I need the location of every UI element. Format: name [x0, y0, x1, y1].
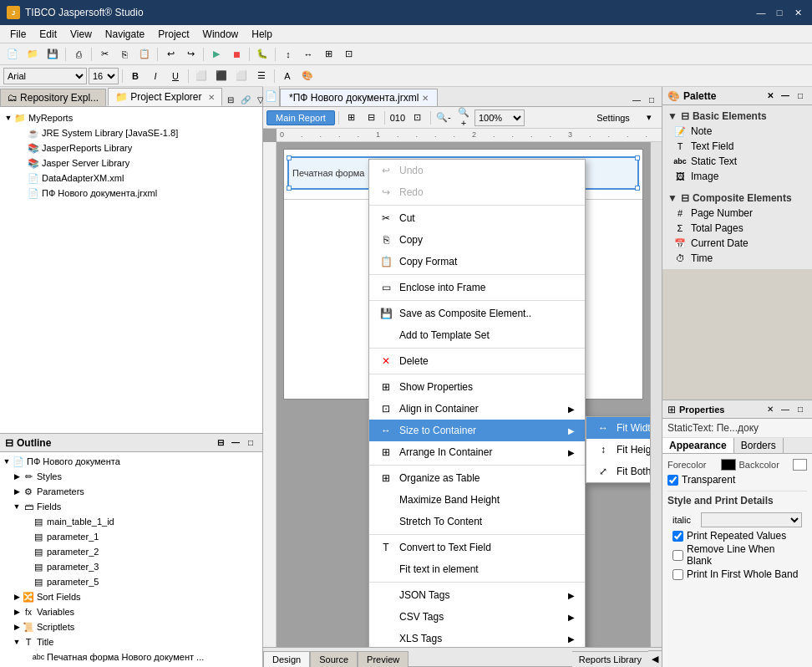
align-center-button[interactable]: ⬛ [212, 68, 231, 84]
ctx-fit-text[interactable]: Fit text in element [369, 558, 585, 580]
canvas-content[interactable]: Печатная форма Нового документа [277, 142, 650, 647]
open-button[interactable]: 📁 [23, 46, 42, 63]
editor-minimize-btn[interactable]: — [630, 93, 643, 106]
font-size-select[interactable]: 16 [89, 68, 119, 84]
print-repeated-checkbox[interactable] [672, 531, 683, 542]
outline-collapse-btn[interactable]: ⊟ [214, 436, 227, 450]
tab-project-explorer[interactable]: 📁 Project Explorer ✕ [108, 88, 222, 106]
et-btn2[interactable]: ⊟ [363, 109, 381, 126]
style-dropdown[interactable] [701, 512, 802, 527]
zoom-in-button[interactable]: 🔍+ [454, 109, 473, 126]
palette-time[interactable]: ⏱ Time [667, 251, 807, 266]
props-maximize-btn[interactable]: □ [794, 403, 807, 416]
bold-button[interactable]: B [126, 68, 145, 84]
outline-sortfields[interactable]: ▶ 🔀 Sort Fields [2, 589, 261, 604]
tree-item-myreports[interactable]: ▼ 📁 MyReports [3, 110, 259, 125]
palette-note[interactable]: 📝 Note [667, 124, 807, 139]
ctx-delete[interactable]: ✕ Delete [369, 350, 585, 372]
palette-pagenumber[interactable]: # Page Number [667, 206, 807, 221]
tab-proj-close[interactable]: ✕ [208, 93, 215, 102]
tree-item-jasperreports[interactable]: 📚 JasperReports Library [3, 140, 259, 155]
outline-vars[interactable]: ▶ fx Variables [2, 604, 261, 619]
menu-edit[interactable]: Edit [33, 27, 63, 42]
zoom-select[interactable]: 100% [475, 109, 525, 126]
link-button[interactable]: 🔗 [239, 93, 252, 106]
bg-color-button[interactable]: 🎨 [298, 68, 317, 84]
palette-textfield[interactable]: T Text Field [667, 139, 807, 154]
tree-item-jrxml[interactable]: 📄 ПФ Нового документа.jrxml [3, 186, 259, 201]
tree-item-jre[interactable]: ☕ JRE System Library [JavaSE-1.8] [3, 125, 259, 140]
misc-btn2[interactable]: ↔ [299, 46, 317, 63]
outline-styles[interactable]: ▶ ✏ Styles [2, 469, 261, 484]
misc-btn1[interactable]: ↕ [279, 46, 297, 63]
copy-button[interactable]: ⎘ [115, 46, 134, 63]
remove-line-checkbox[interactable] [672, 550, 683, 561]
ctx-enclose[interactable]: ▭ Enclose into Frame [369, 277, 585, 298]
cut-button[interactable]: ✂ [95, 46, 114, 63]
outline-scriptlets[interactable]: ▶ 📜 Scriptlets [2, 619, 261, 634]
outline-doc[interactable]: ▼ 📄 ПФ Нового документа [2, 454, 261, 469]
menu-navigate[interactable]: Navigate [99, 27, 151, 42]
editor-tab-close[interactable]: ✕ [422, 94, 429, 103]
et-btn1[interactable]: ⊞ [343, 109, 361, 126]
editor-maximize-btn[interactable]: □ [645, 93, 658, 106]
handle-tr[interactable] [635, 155, 640, 160]
minimize-button[interactable]: — [754, 5, 769, 20]
submenu-fit-both[interactable]: ⤢ Fit Both [586, 461, 650, 482]
redo-button[interactable]: ↪ [181, 46, 200, 63]
zoom-out-button[interactable]: 🔍- [434, 109, 453, 126]
ctx-maximize-band[interactable]: Maximize Band Height [369, 489, 585, 511]
maximize-button[interactable]: □ [772, 5, 787, 20]
outline-field-4[interactable]: ▤ parameter_3 [2, 559, 261, 574]
outline-maximize-btn[interactable]: □ [244, 436, 257, 450]
debug-button[interactable]: 🐛 [253, 46, 272, 63]
menu-view[interactable]: View [63, 27, 99, 42]
ctx-stretch[interactable]: Stretch To Content [369, 511, 585, 532]
handle-br[interactable] [635, 186, 640, 191]
paste-button[interactable]: 📋 [135, 46, 154, 63]
ctx-redo[interactable]: ↪ Redo [369, 181, 585, 203]
misc-btn4[interactable]: ⊡ [339, 46, 358, 63]
ctx-json[interactable]: JSON Tags ▶ [369, 584, 585, 606]
collapse-all-button[interactable]: ⊟ [224, 93, 237, 106]
stop-button[interactable]: ⏹ [227, 46, 246, 63]
ctx-cut[interactable]: ✂ Cut [369, 207, 585, 229]
print-first-checkbox[interactable] [672, 569, 683, 580]
ctx-arrange[interactable]: ⊞ Arrange In Container ▶ [369, 441, 585, 463]
palette-minimize-btn[interactable]: — [779, 89, 792, 103]
ctx-convert[interactable]: T Convert to Text Field [369, 537, 585, 558]
tab-preview[interactable]: Preview [358, 651, 409, 667]
tab-design[interactable]: Design [263, 651, 310, 667]
settings-button[interactable]: Settings [588, 109, 638, 126]
align-right-button[interactable]: ⬜ [232, 68, 251, 84]
palette-image[interactable]: 🖼 Image [667, 169, 807, 184]
ctx-copy-format[interactable]: 📋 Copy Format [369, 251, 585, 272]
outline-fields[interactable]: ▼ 🗃 Fields [2, 499, 261, 514]
ctx-align[interactable]: ⊡ Align in Container ▶ [369, 398, 585, 420]
outline-field-2[interactable]: ▤ parameter_1 [2, 529, 261, 544]
outline-title-text[interactable]: abc Печатная форма Нового документ ... [2, 649, 261, 664]
underline-button[interactable]: U [166, 68, 185, 84]
palette-close-btn[interactable]: ✕ [764, 89, 777, 103]
submenu-fit-height[interactable]: ↕ Fit Height [586, 439, 650, 461]
outline-field-1[interactable]: ▤ main_table_1_id [2, 514, 261, 529]
outline-minimize-btn[interactable]: — [229, 436, 242, 450]
props-tab-borders[interactable]: Borders [734, 438, 784, 453]
tree-item-jaspersrv[interactable]: 📚 Jasper Server Library [3, 155, 259, 171]
handle-bl[interactable] [287, 186, 292, 191]
ctx-add-template[interactable]: Add to Template Set [369, 324, 585, 346]
menu-file[interactable]: File [3, 27, 33, 42]
handle-tl[interactable] [287, 155, 292, 160]
editor-tab-main[interactable]: *ПФ Нового документа.jrxml ✕ [280, 89, 438, 106]
ctx-csv[interactable]: CSV Tags ▶ [369, 606, 585, 628]
palette-maximize-btn[interactable]: □ [794, 89, 807, 103]
ctx-xls[interactable]: XLS Tags ▶ [369, 628, 585, 647]
misc-btn3[interactable]: ⊞ [319, 46, 337, 63]
ctx-size[interactable]: ↔ Size to Container ▶ [369, 420, 585, 441]
ctx-show-props[interactable]: ⊞ Show Properties [369, 376, 585, 398]
outline-params[interactable]: ▶ ⚙ Parameters [2, 484, 261, 499]
props-minimize-btn[interactable]: — [779, 403, 792, 416]
tab-repository[interactable]: 🗂 Repository Expl... [0, 89, 106, 106]
palette-basic-header[interactable]: ▼ ⊟ Basic Elements [667, 109, 807, 124]
outline-title[interactable]: ▼ T Title [2, 634, 261, 649]
